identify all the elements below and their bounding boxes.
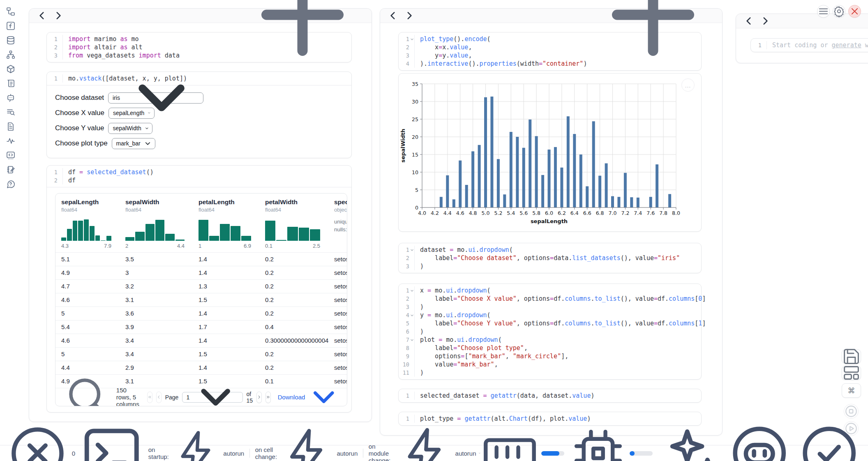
table-footer: 150 rows, 5 columns Page 1 of 15 Downloa… bbox=[55, 388, 347, 406]
dropdown-stack-output: Choose dataset iris Choose X value sepal… bbox=[47, 85, 351, 158]
svg-text:7.4: 7.4 bbox=[634, 210, 642, 216]
memory-icon bbox=[481, 424, 539, 461]
shutdown-button[interactable] bbox=[848, 5, 861, 18]
document-icon[interactable] bbox=[6, 122, 16, 131]
chevron-down-icon bbox=[189, 373, 240, 406]
error-circle-icon bbox=[6, 422, 69, 461]
prev-page-button[interactable] bbox=[156, 392, 162, 403]
svg-text:0: 0 bbox=[415, 205, 418, 211]
xy-plot-dropdowns-cell[interactable]: 1x = mo.ui.dropdown(2 label="Choose X va… bbox=[398, 284, 702, 380]
on-cell-change-setting[interactable]: on cell change: autorun bbox=[255, 426, 358, 461]
layout-toggle-button[interactable] bbox=[842, 366, 861, 380]
function-icon[interactable] bbox=[6, 21, 16, 31]
dataframe-cell[interactable]: 1df = selected_dataset()2df sepalLengthf… bbox=[46, 165, 352, 413]
column-histogram[interactable] bbox=[199, 217, 251, 241]
terminal-button[interactable] bbox=[78, 420, 145, 461]
activity-icon[interactable] bbox=[6, 136, 16, 146]
add-cell-button[interactable] bbox=[591, 0, 715, 78]
chat-bot-icon[interactable] bbox=[6, 93, 16, 103]
row-count-summary: 150 rows, 5 columns bbox=[116, 387, 140, 406]
on-startup-setting[interactable]: on startup: autorun bbox=[148, 429, 244, 461]
connection-status-button[interactable] bbox=[797, 421, 861, 461]
settings-button[interactable] bbox=[833, 5, 845, 18]
table-cell: 3.9 bbox=[120, 320, 193, 334]
chart-bar bbox=[484, 97, 487, 207]
script-icon[interactable] bbox=[6, 78, 16, 88]
memory-usage[interactable] bbox=[481, 424, 564, 461]
table-cell: 2.9 bbox=[120, 361, 193, 374]
column-header-species[interactable]: speciesobjectunique:nulls: bbox=[328, 194, 347, 252]
code-snippet-icon[interactable] bbox=[6, 150, 16, 160]
chevron-right-icon[interactable] bbox=[404, 10, 415, 21]
svg-text:6.2: 6.2 bbox=[558, 210, 566, 216]
keyboard-shortcuts-button[interactable]: ⌘ bbox=[842, 383, 861, 398]
column-header-petalWidth[interactable]: petalWidthfloat640.12.5 bbox=[259, 194, 328, 252]
cpu-usage[interactable] bbox=[569, 424, 653, 461]
chart-menu-button[interactable]: … bbox=[681, 78, 695, 92]
chevron-left-icon[interactable] bbox=[37, 10, 47, 21]
help-icon[interactable] bbox=[6, 179, 16, 189]
chevron-left-icon[interactable] bbox=[743, 16, 754, 26]
ai-assist-button[interactable] bbox=[658, 421, 722, 461]
on-module-change-setting[interactable]: on module change: autorun bbox=[369, 425, 481, 461]
stop-button[interactable] bbox=[844, 404, 859, 419]
column-histogram[interactable] bbox=[61, 217, 111, 241]
plot-type-select[interactable]: mark_bar bbox=[112, 138, 155, 149]
menu-button[interactable] bbox=[817, 5, 830, 18]
first-page-button[interactable] bbox=[147, 392, 152, 403]
svg-text:6.6: 6.6 bbox=[583, 210, 591, 216]
column-header-petalLength[interactable]: petalLengthfloat6416.9 bbox=[193, 194, 259, 252]
page-select[interactable]: 1 bbox=[182, 392, 242, 403]
database-icon[interactable] bbox=[6, 35, 16, 45]
chevron-right-icon[interactable] bbox=[53, 10, 64, 21]
dependency-graph-icon[interactable] bbox=[6, 50, 16, 60]
x-value-select[interactable]: sepalLength bbox=[108, 108, 155, 119]
selected-dataset-cell[interactable]: 1selected_dataset = getattr(data, datase… bbox=[398, 389, 702, 403]
table-row: 53.41.50.2setosa bbox=[55, 347, 347, 361]
column-header-sepalWidth[interactable]: sepalWidthfloat6424.4 bbox=[120, 194, 193, 252]
dataset-select[interactable]: iris bbox=[108, 92, 203, 104]
y-value-select[interactable]: sepalWidth bbox=[108, 123, 152, 134]
table-row: 5.13.51.40.2setosa bbox=[55, 252, 347, 266]
table-cell: 3.4 bbox=[120, 334, 193, 347]
chevron-left-icon[interactable] bbox=[388, 10, 398, 21]
svg-text:25: 25 bbox=[412, 116, 418, 122]
chart-bar bbox=[516, 137, 519, 207]
column-1-header bbox=[29, 9, 372, 23]
cell-placeholder[interactable]: Start coding or generate with bbox=[767, 41, 868, 49]
chart-bar bbox=[579, 154, 582, 207]
package-icon[interactable] bbox=[6, 64, 16, 74]
lightning-icon bbox=[171, 429, 221, 461]
column-histogram[interactable] bbox=[265, 217, 320, 241]
scratchpad-icon[interactable] bbox=[6, 165, 16, 175]
table-cell: 0.2 bbox=[259, 280, 328, 293]
download-button[interactable]: Download bbox=[278, 380, 341, 406]
page-total-label: of 15 bbox=[247, 391, 253, 404]
copilot-button[interactable] bbox=[727, 421, 792, 461]
save-button[interactable] bbox=[842, 349, 861, 364]
error-count-button[interactable]: 0 bbox=[6, 422, 75, 461]
column-histogram[interactable] bbox=[125, 217, 185, 241]
altair-chart-output[interactable]: 4.04.24.44.64.85.05.25.45.65.86.06.26.46… bbox=[398, 73, 702, 232]
chart-bar bbox=[490, 97, 493, 207]
vstack-cell[interactable]: 1mo.vstack([dataset, x, y, plot]) Choose… bbox=[46, 71, 352, 158]
table-cell: 1.4 bbox=[193, 253, 259, 266]
chart-bar bbox=[617, 197, 620, 207]
table-cell: 3 bbox=[120, 266, 193, 279]
last-page-button[interactable] bbox=[265, 392, 271, 403]
table-cell: 0.2 bbox=[259, 307, 328, 320]
add-cell-button[interactable] bbox=[241, 0, 364, 78]
generate-link[interactable]: generate bbox=[832, 41, 861, 49]
search-list-icon[interactable] bbox=[6, 107, 16, 117]
chevron-right-icon[interactable] bbox=[760, 16, 771, 26]
x-axis-title: sepalLength bbox=[531, 218, 568, 224]
notebook-column-3: 1 Start coding or generate with bbox=[736, 14, 868, 63]
column-header-sepalLength[interactable]: sepalLengthfloat644.37.9 bbox=[55, 194, 120, 252]
histogram-bar bbox=[209, 236, 219, 241]
dataset-dropdown-cell[interactable]: 1dataset = mo.ui.dropdown(2 label="Choos… bbox=[398, 243, 702, 273]
next-page-button[interactable] bbox=[256, 392, 262, 403]
empty-cell[interactable]: 1 Start coding or generate with bbox=[750, 38, 868, 52]
cpu-progress-bar bbox=[630, 451, 653, 456]
search-icon[interactable] bbox=[61, 371, 113, 406]
file-tree-icon[interactable] bbox=[6, 7, 16, 16]
